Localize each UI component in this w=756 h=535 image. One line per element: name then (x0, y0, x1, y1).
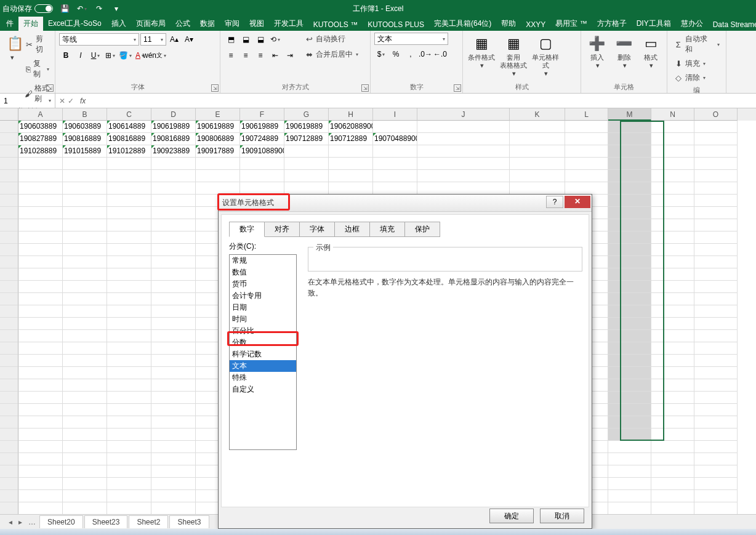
cell[interactable] (63, 453, 107, 465)
row-header[interactable] (0, 404, 18, 416)
decrease-decimal-icon[interactable]: ←.0 (433, 47, 447, 61)
dialog-title-bar[interactable]: 设置单元格格式 ? ✕ (219, 195, 592, 212)
cell[interactable] (63, 195, 107, 207)
number-format-select[interactable]: 文本▾ (374, 33, 448, 45)
category-list[interactable]: 常规数值货币会计专用日期时间百分比分数科学记数文本特殊自定义 (229, 254, 297, 450)
tab-4[interactable]: 页面布局 (131, 17, 171, 31)
cell[interactable]: 1909108890013 (240, 145, 284, 158)
undo-icon[interactable]: ↶▾ (76, 3, 87, 14)
cell[interactable] (651, 404, 694, 416)
cell[interactable] (329, 170, 373, 182)
cell[interactable] (18, 379, 63, 392)
dialog-tab[interactable]: 字体 (299, 222, 335, 237)
col-header-K[interactable]: K (510, 108, 565, 121)
cell[interactable] (694, 490, 738, 502)
fill-button[interactable]: ⬇填充▾ (671, 57, 708, 70)
row-header[interactable] (0, 502, 18, 515)
align-bottom-icon[interactable]: ⬓ (254, 33, 267, 46)
tab-1[interactable]: 开始 (18, 17, 43, 31)
cell[interactable]: 190806889 (196, 133, 240, 145)
cell[interactable] (18, 441, 63, 453)
cell[interactable] (694, 478, 738, 490)
tab-3[interactable]: 插入 (107, 17, 131, 31)
cell[interactable] (107, 293, 151, 305)
cell[interactable]: 191012889 (107, 145, 151, 158)
category-item[interactable]: 会计专用 (230, 290, 296, 302)
tab-10[interactable]: KUTOOLS ™ (308, 18, 363, 31)
qat-more-icon[interactable]: ▾ (111, 3, 122, 14)
cell[interactable] (608, 268, 651, 281)
cell[interactable] (63, 428, 107, 441)
row-header[interactable] (0, 219, 18, 231)
cell[interactable] (565, 182, 608, 195)
cell[interactable] (18, 342, 63, 355)
cell[interactable] (107, 244, 151, 256)
cell[interactable] (694, 465, 738, 478)
align-left-icon[interactable]: ≡ (224, 49, 238, 62)
category-item[interactable]: 数值 (230, 267, 296, 278)
cell[interactable] (608, 305, 651, 318)
increase-indent-icon[interactable]: ⇥ (283, 49, 297, 62)
cell[interactable] (565, 170, 608, 182)
cell[interactable] (608, 231, 651, 244)
font-name-select[interactable]: 等线▾ (59, 33, 139, 46)
cell[interactable]: 190712889 (329, 133, 373, 145)
cell[interactable] (18, 305, 63, 318)
cell[interactable]: 190712889 (284, 133, 329, 145)
cell[interactable] (151, 219, 196, 231)
cell[interactable] (18, 170, 63, 182)
col-header-I[interactable]: I (373, 108, 417, 121)
cell[interactable] (240, 182, 284, 195)
category-item[interactable]: 自定义 (230, 384, 296, 395)
cell[interactable] (18, 404, 63, 416)
cell[interactable] (151, 355, 196, 367)
row-header[interactable] (0, 490, 18, 502)
font-launcher[interactable]: ⇲ (211, 84, 219, 92)
cell[interactable] (63, 379, 107, 392)
cell[interactable] (63, 293, 107, 305)
autosum-button[interactable]: Σ自动求和▾ (671, 33, 722, 56)
cell[interactable] (565, 145, 608, 158)
cell[interactable] (107, 392, 151, 404)
col-header-O[interactable]: O (694, 108, 738, 121)
cell[interactable] (694, 453, 738, 465)
cell[interactable] (284, 158, 329, 170)
cell[interactable]: 190619889 (240, 121, 284, 133)
cell[interactable]: 190816889 (107, 133, 151, 145)
cell[interactable] (18, 490, 63, 502)
cell[interactable] (107, 379, 151, 392)
cell-styles-button[interactable]: ▢单元格样式▾ (531, 33, 560, 79)
cell[interactable] (107, 465, 151, 478)
cell[interactable] (284, 182, 329, 195)
toggle-switch[interactable] (34, 4, 53, 13)
cell[interactable] (651, 342, 694, 355)
category-item[interactable]: 分数 (230, 337, 296, 348)
cell[interactable] (63, 367, 107, 379)
dialog-help-button[interactable]: ? (546, 196, 563, 208)
cell[interactable] (107, 453, 151, 465)
sheet-nav-next[interactable]: ▸ (16, 518, 25, 526)
cell[interactable] (608, 207, 651, 219)
cell[interactable] (107, 281, 151, 293)
cell[interactable]: 1907048890029 (373, 133, 417, 145)
cell[interactable] (651, 256, 694, 268)
tab-9[interactable]: 开发工具 (269, 17, 308, 31)
cell[interactable] (107, 195, 151, 207)
category-item[interactable]: 特殊 (230, 372, 296, 384)
align-middle-icon[interactable]: ⬓ (239, 33, 252, 46)
cell[interactable] (240, 158, 284, 170)
cell[interactable] (151, 490, 196, 502)
cell[interactable] (151, 158, 196, 170)
delete-button[interactable]: ➖删除▾ (612, 33, 637, 71)
cell[interactable] (107, 231, 151, 244)
cell[interactable] (18, 318, 63, 330)
cell[interactable] (608, 465, 651, 478)
dialog-tab[interactable]: 填充 (369, 222, 405, 237)
col-header-M[interactable]: M (608, 108, 651, 121)
cell[interactable] (151, 318, 196, 330)
cell[interactable] (18, 330, 63, 342)
cancel-button[interactable]: 取消 (540, 509, 584, 523)
row-header[interactable] (0, 268, 18, 281)
cell[interactable] (651, 330, 694, 342)
cell[interactable] (651, 416, 694, 428)
